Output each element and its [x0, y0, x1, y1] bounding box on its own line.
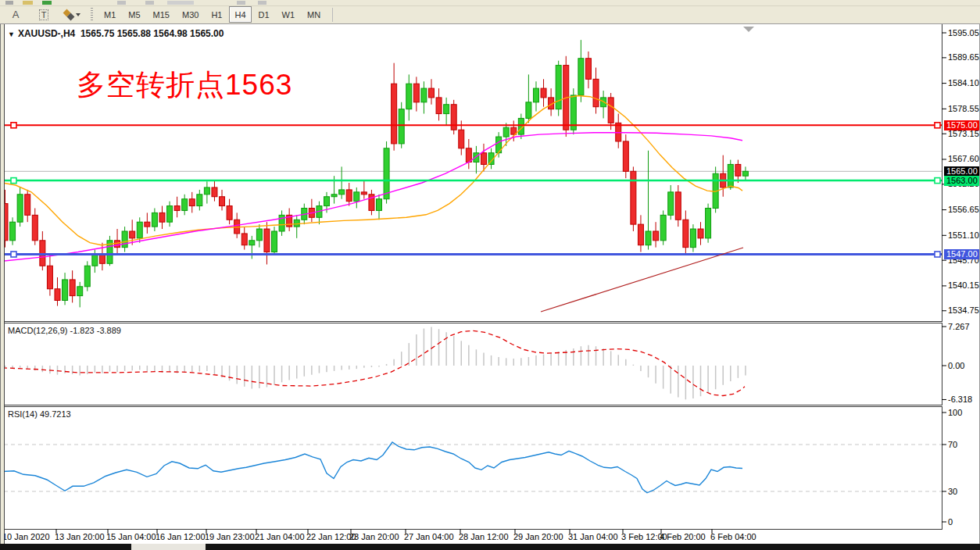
rsi-axis-label: 100 — [948, 408, 962, 417]
chevron-down-icon — [76, 13, 80, 16]
chart-annotation-text: 多空转折点1563 — [77, 66, 292, 105]
price-axis-label: 1589.65 — [948, 52, 979, 62]
price-tag-1563-00: 1563.00 — [944, 176, 980, 186]
price-axis-label: 1595.05 — [948, 28, 979, 38]
time-axis-label: 27 Jan 04:00 — [404, 532, 454, 541]
price-axis-label: 1556.65 — [948, 205, 979, 214]
time-axis-label: 6 Feb 04:00 — [710, 532, 756, 541]
macd-indicator-label: MACD(12,26,9) -1.823 -3.889 — [8, 326, 121, 335]
chart-title: ▼XAUUSD-,H4 1565.75 1565.88 1564.98 1565… — [8, 28, 224, 39]
text-box-tool-button[interactable]: T — [31, 6, 56, 23]
price-axis-label: 1584.10 — [948, 78, 979, 88]
timeframe-button-mn[interactable]: MN — [302, 6, 326, 23]
ohlc-quote: 1565.75 1565.88 1564.98 1565.00 — [80, 28, 224, 39]
rsi-axis-label: 30 — [948, 487, 957, 496]
price-tag-1547-00: 1547.00 — [944, 249, 980, 259]
timeframe-button-m1[interactable]: M1 — [98, 6, 121, 23]
time-axis-label: 13 Jan 20:00 — [55, 532, 105, 541]
toolbar-overflow-icon-fragment — [23, 1, 33, 5]
time-axis-label: 23 Jan 20:00 — [349, 532, 399, 541]
price-axis-label: 1567.60 — [948, 154, 979, 163]
time-axis-label: 29 Jan 20:00 — [513, 532, 563, 541]
rsi-axis-label: 0 — [948, 517, 953, 527]
collapse-triangle-icon[interactable]: ▼ — [8, 30, 15, 38]
toolbar-overflow-icon-fragment — [237, 1, 245, 5]
macd-axis-label: 7.267 — [948, 322, 970, 331]
toolbar-overflow-icon-fragment — [5, 1, 13, 5]
timeframe-button-m30[interactable]: M30 — [177, 6, 204, 23]
price-axis-label: 1578.55 — [948, 104, 979, 113]
timeframe-button-h4[interactable]: H4 — [229, 6, 251, 23]
time-axis-label: 10 Jan 2020 — [2, 532, 50, 541]
macd-axis-label: -6.318 — [948, 395, 972, 404]
price-axis-label: 1551.10 — [948, 230, 979, 240]
bottom-strip-gap — [131, 544, 206, 550]
price-tag-1575-00: 1575.00 — [944, 120, 980, 130]
toolbar-drag-handle[interactable] — [91, 8, 93, 22]
price-axis-label: 1540.15 — [948, 280, 979, 290]
timeframe-button-h1[interactable]: H1 — [206, 6, 227, 23]
time-axis-label: 16 Jan 12:00 — [156, 532, 206, 541]
toolbar-overflow-icon-fragment — [167, 1, 194, 5]
window-bottom-strip — [0, 544, 980, 550]
timeframe-button-m5[interactable]: M5 — [123, 6, 145, 23]
time-axis-label: 4 Feb 20:00 — [660, 532, 706, 541]
timeframe-button-d1[interactable]: D1 — [253, 6, 275, 23]
toolbar-overflow-icon-fragment — [42, 1, 52, 5]
time-axis-label: 19 Jan 23:00 — [205, 532, 255, 541]
arrows-objects-button[interactable] — [59, 6, 84, 23]
toolbar: A T M1M5M15M30H1H4D1W1MN — [0, 0, 980, 24]
toolbar-overflow-icon-fragment — [117, 1, 126, 5]
time-axis-label: 21 Jan 04:00 — [255, 532, 305, 541]
rsi-indicator-label: RSI(14) 49.7213 — [8, 409, 71, 419]
toolbar-overflow-icon-fragment — [145, 1, 154, 5]
rsi-panel[interactable] — [3, 406, 942, 529]
timeframe-button-w1[interactable]: W1 — [277, 6, 301, 23]
toolbar-overflow-icon-fragment — [258, 1, 266, 5]
toolbar-separator — [332, 8, 333, 22]
macd-panel[interactable] — [3, 323, 942, 405]
window-left-border — [0, 23, 5, 544]
symbol-label: XAUUSD-,H4 — [18, 28, 75, 39]
time-axis-label: 28 Jan 12:00 — [459, 532, 509, 541]
rsi-axis-label: 70 — [948, 440, 957, 449]
timeframe-button-m15[interactable]: M15 — [148, 6, 175, 23]
macd-axis-label: 0.00 — [948, 361, 964, 370]
mt4-terminal: { "toolbar": { "buttons": ["A", "T"], "a… — [0, 0, 980, 550]
time-axis-label: 15 Jan 04:00 — [106, 532, 156, 541]
price-axis-label: 1534.75 — [948, 305, 979, 315]
toolbar-overflow-strip — [0, 0, 980, 6]
text-label-tool-button[interactable]: A — [3, 6, 28, 23]
time-axis-label: 31 Jan 04:00 — [568, 532, 618, 541]
text-box-icon: T — [39, 9, 49, 20]
